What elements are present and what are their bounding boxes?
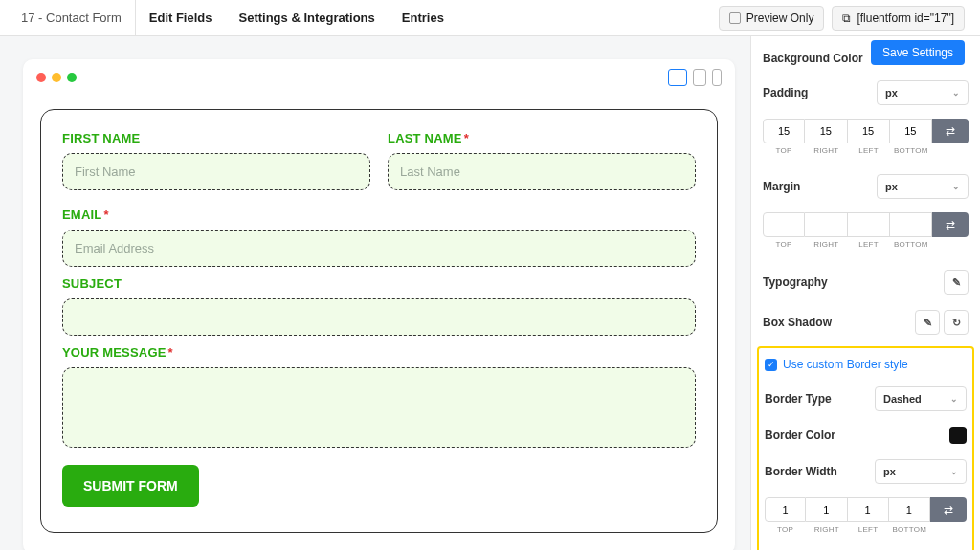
preview-label: Preview Only: [746, 11, 814, 25]
margin-left-input[interactable]: [848, 212, 890, 237]
boxshadow-label: Box Shadow: [763, 316, 832, 329]
border-width-unit-select[interactable]: px⌄: [875, 459, 967, 484]
margin-bottom-input[interactable]: [890, 212, 932, 237]
typography-label: Typography: [763, 275, 828, 289]
chevron-down-icon: ⌄: [950, 394, 958, 404]
margin-label: Margin: [763, 180, 800, 193]
device-tablet[interactable]: [693, 69, 706, 86]
custom-border-checkbox[interactable]: ✓: [765, 359, 777, 371]
padding-left-input[interactable]: [848, 119, 890, 143]
style-sidebar: Background Color Padding px⌄ TOP RIGHT L…: [750, 36, 980, 550]
window-dots: [36, 73, 77, 82]
border-type-select[interactable]: Dashed⌄: [875, 386, 967, 411]
browser-frame: FIRST NAME LAST NAME* EMAIL* SUBJECT: [23, 59, 735, 550]
border-type-label: Border Type: [765, 392, 832, 406]
padding-label: Padding: [763, 86, 808, 99]
chevron-down-icon: ⌄: [950, 467, 958, 476]
custom-border-label: Use custom Border style: [783, 358, 908, 371]
first-name-label: FIRST NAME: [62, 131, 370, 145]
border-color-swatch[interactable]: [949, 427, 967, 444]
shortcode-text: [fluentform id="17"]: [857, 11, 954, 25]
border-width-left-input[interactable]: [848, 497, 889, 522]
email-label: EMAIL*: [62, 208, 696, 222]
top-bar: 17 - Contact Form Edit Fields Settings &…: [0, 0, 980, 36]
submit-button[interactable]: SUBMIT FORM: [62, 465, 199, 507]
preview-stage: FIRST NAME LAST NAME* EMAIL* SUBJECT: [0, 36, 750, 550]
link-icon: ⇄: [946, 124, 955, 138]
padding-top-input[interactable]: [763, 119, 805, 143]
padding-link-button[interactable]: ⇄: [932, 119, 969, 143]
tab-edit-fields[interactable]: Edit Fields: [136, 0, 226, 35]
padding-bottom-input[interactable]: [890, 119, 932, 143]
border-width-link-button[interactable]: ⇄: [930, 497, 967, 522]
copy-icon: ⧉: [842, 11, 851, 25]
boxshadow-edit-button[interactable]: ✎: [915, 310, 940, 335]
tab-settings[interactable]: Settings & Integrations: [226, 0, 389, 35]
device-desktop[interactable]: [668, 69, 687, 86]
shortcode-button[interactable]: ⧉ [fluentform id="17"]: [832, 6, 965, 31]
first-name-input[interactable]: [62, 153, 370, 190]
bg-color-label: Background Color: [763, 52, 863, 65]
boxshadow-reset-button[interactable]: ↻: [944, 310, 969, 335]
margin-top-input[interactable]: [763, 212, 805, 237]
device-phone[interactable]: [712, 69, 722, 86]
padding-right-input[interactable]: [805, 119, 847, 143]
border-width-bottom-input[interactable]: [889, 497, 930, 522]
border-color-label: Border Color: [765, 429, 835, 442]
subject-input[interactable]: [62, 298, 696, 336]
typography-edit-button[interactable]: ✎: [944, 270, 969, 295]
form-title: 17 - Contact Form: [8, 0, 136, 35]
last-name-label: LAST NAME*: [388, 131, 696, 145]
message-input[interactable]: [62, 367, 696, 448]
chevron-down-icon: ⌄: [952, 88, 960, 98]
margin-right-input[interactable]: [805, 212, 847, 237]
last-name-input[interactable]: [388, 153, 696, 190]
border-width-label: Border Width: [765, 465, 837, 478]
subject-label: SUBJECT: [62, 276, 696, 291]
margin-link-button[interactable]: ⇄: [932, 212, 969, 237]
tab-entries[interactable]: Entries: [389, 0, 457, 35]
preview-checkbox[interactable]: [729, 12, 741, 24]
border-width-right-input[interactable]: [806, 497, 847, 522]
padding-unit-select[interactable]: px⌄: [877, 80, 969, 105]
message-label: YOUR MESSAGE*: [62, 345, 696, 360]
link-icon: ⇄: [946, 218, 955, 231]
border-width-top-input[interactable]: [765, 497, 806, 522]
margin-unit-select[interactable]: px⌄: [877, 174, 969, 199]
link-icon: ⇄: [944, 503, 953, 517]
border-settings-highlight: ✓ Use custom Border style Border Type Da…: [757, 346, 974, 550]
email-input[interactable]: [62, 230, 696, 267]
form-preview: FIRST NAME LAST NAME* EMAIL* SUBJECT: [40, 109, 718, 533]
chevron-down-icon: ⌄: [952, 182, 960, 191]
save-settings-button[interactable]: Save Settings: [871, 40, 965, 65]
preview-only-button[interactable]: Preview Only: [719, 6, 825, 31]
